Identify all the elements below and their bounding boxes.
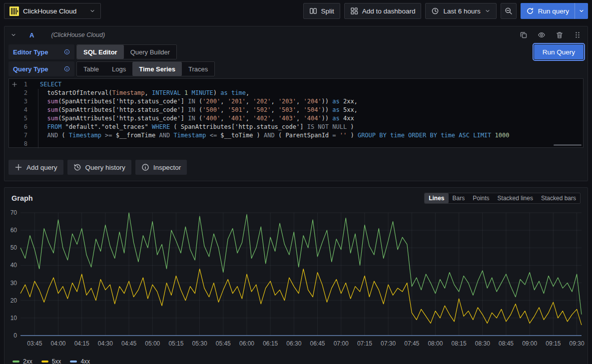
svg-text:05:45: 05:45 [216, 340, 231, 347]
datasource-picker[interactable]: ClickHouse Cloud [4, 3, 101, 19]
graph-mode-bars[interactable]: Bars [449, 193, 469, 203]
graph-mode-stacked-bars[interactable]: Stacked bars [537, 193, 580, 203]
line-number: 4 [9, 106, 35, 114]
line-number: 5 [9, 114, 35, 123]
graph-mode-stacked-lines[interactable]: Stacked lines [494, 193, 537, 203]
legend-swatch [70, 361, 77, 363]
inspector-button[interactable]: Inspector [135, 160, 187, 175]
query-type-traces[interactable]: Traces [182, 62, 214, 76]
code-line: toStartOfInterval(Timestamp, INTERVAL 1 … [40, 89, 583, 97]
line-number: 2 [9, 89, 35, 97]
hide-query-eye-icon[interactable] [538, 31, 546, 39]
plus-icon [14, 163, 22, 171]
query-ref-id: A [29, 31, 34, 39]
add-line-plus-icon[interactable] [11, 81, 17, 87]
query-row-header[interactable]: A (ClickHouse Cloud) [4, 26, 588, 43]
legend-swatch [41, 361, 48, 363]
graph-panel: Graph Lines Bars Points Stacked lines St… [4, 187, 588, 364]
split-icon [309, 7, 317, 15]
svg-text:0: 0 [13, 332, 17, 339]
zoom-out-button[interactable] [501, 3, 517, 19]
explore-toolbar: ClickHouse Cloud Split Add to dashboard … [0, 0, 592, 22]
svg-text:06:30: 06:30 [286, 340, 301, 347]
line-number: 6 [9, 123, 35, 131]
svg-text:09:30: 09:30 [570, 340, 585, 347]
query-type-table[interactable]: Table [77, 62, 105, 76]
code-line [40, 140, 583, 147]
svg-text:04:15: 04:15 [74, 340, 89, 347]
query-type-group: Table Logs Time Series Traces [76, 61, 215, 76]
svg-text:03:45: 03:45 [27, 340, 42, 347]
sync-icon [526, 7, 534, 15]
legend-label: 2xx [23, 358, 32, 364]
editor-gutter: 12345678 [9, 79, 35, 147]
svg-text:50: 50 [10, 244, 17, 251]
svg-text:09:15: 09:15 [546, 340, 561, 347]
graph-legend: 2xx5xx4xx [8, 357, 584, 364]
editor-type-query-builder[interactable]: Query Builder [124, 45, 176, 59]
svg-text:60: 60 [10, 227, 17, 234]
line-number: 3 [9, 97, 35, 106]
run-query-toolbar-button[interactable]: Run query [521, 3, 588, 19]
split-label: Split [321, 7, 334, 15]
time-range-picker[interactable]: Last 6 hours [425, 3, 496, 19]
code-line: SELECT [40, 80, 583, 89]
editor-type-label: Editor Type [8, 44, 74, 59]
query-type-time-series[interactable]: Time Series [132, 62, 182, 76]
legend-label: 4xx [80, 358, 90, 364]
svg-text:06:00: 06:00 [239, 340, 254, 347]
svg-text:20: 20 [10, 297, 17, 304]
svg-text:08:15: 08:15 [452, 340, 467, 347]
svg-text:06:45: 06:45 [310, 340, 325, 347]
svg-text:05:15: 05:15 [168, 340, 183, 347]
svg-text:07:45: 07:45 [404, 340, 419, 347]
svg-text:09:00: 09:00 [522, 340, 537, 347]
legend-item-4xx[interactable]: 4xx [70, 358, 90, 364]
run-query-main[interactable]: Run query [521, 3, 575, 19]
history-icon [73, 163, 81, 171]
svg-text:06:15: 06:15 [263, 340, 278, 347]
graph-title: Graph [11, 194, 33, 202]
editor-hscrollbar[interactable] [554, 144, 582, 146]
dashboard-grid-icon [350, 7, 358, 15]
run-query-button[interactable]: Run Query [534, 44, 584, 59]
code-line: sum(SpanAttributes['http.status_code'] I… [40, 97, 583, 106]
line-number: 8 [9, 140, 35, 148]
legend-item-5xx[interactable]: 5xx [41, 358, 61, 364]
info-icon[interactable] [64, 66, 70, 72]
graph-mode-points[interactable]: Points [469, 193, 493, 203]
split-button[interactable]: Split [303, 3, 340, 19]
editor-type-sql-editor[interactable]: SQL Editor [77, 45, 124, 59]
time-series-chart[interactable]: 01020304050607003:4504:0004:1504:3004:45… [8, 206, 585, 356]
query-type-logs[interactable]: Logs [105, 62, 132, 76]
clock-icon [431, 7, 439, 15]
code-line: AND ( Timestamp >= $__fromTime AND Times… [40, 131, 583, 140]
info-icon[interactable] [64, 49, 70, 55]
query-history-button[interactable]: Query history [67, 160, 131, 175]
add-to-dashboard-label: Add to dashboard [362, 7, 416, 15]
svg-text:05:30: 05:30 [192, 340, 207, 347]
legend-item-2xx[interactable]: 2xx [12, 358, 32, 364]
collapse-chevron-icon[interactable] [10, 32, 16, 38]
graph-mode-lines[interactable]: Lines [425, 193, 448, 203]
svg-text:07:15: 07:15 [357, 340, 372, 347]
svg-text:04:45: 04:45 [121, 340, 136, 347]
legend-label: 5xx [52, 358, 61, 364]
delete-query-trash-icon[interactable] [556, 31, 564, 39]
run-query-dropdown[interactable] [575, 3, 588, 19]
graph-style-group: Lines Bars Points Stacked lines Stacked … [424, 193, 581, 204]
chevron-down-icon [89, 8, 95, 14]
svg-text:40: 40 [10, 262, 17, 269]
add-to-dashboard-button[interactable]: Add to dashboard [344, 3, 422, 19]
duplicate-query-icon[interactable] [520, 31, 528, 39]
svg-text:70: 70 [10, 209, 17, 216]
svg-text:08:00: 08:00 [428, 340, 443, 347]
svg-text:04:00: 04:00 [50, 340, 65, 347]
svg-text:04:30: 04:30 [98, 340, 113, 347]
add-query-button[interactable]: Add query [8, 160, 63, 175]
sql-code-editor[interactable]: 12345678 SELECT toStartOfInterval(Timest… [8, 78, 584, 148]
clickhouse-logo-icon [9, 6, 19, 16]
code-line: sum(SpanAttributes['http.status_code'] I… [40, 114, 583, 123]
drag-handle-icon[interactable] [574, 31, 582, 39]
run-query-label: Run query [538, 7, 569, 15]
